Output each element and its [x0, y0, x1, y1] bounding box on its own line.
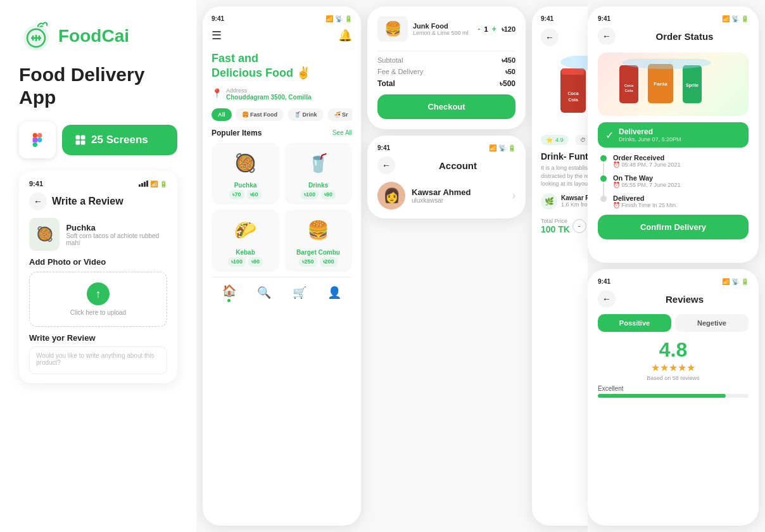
back-button[interactable]: ← — [29, 193, 47, 210]
upload-box[interactable]: ↑ Click here to upload — [29, 272, 167, 327]
confirm-delivery-button[interactable]: Confirm Delivery — [598, 215, 749, 239]
account-status-bar: 9:41 📶 📡 🔋 — [377, 144, 515, 151]
details-back-button[interactable]: ← — [541, 28, 559, 46]
reviews-phone: 9:41 📶 📡 🔋 ← Reviews Possitive Negetive … — [588, 269, 759, 526]
filter-drink[interactable]: 🥤 Drink — [288, 108, 324, 121]
see-all-link[interactable]: See All — [332, 129, 352, 136]
add-media-label: Add Photo or Video — [29, 257, 167, 267]
wifi-icon: 📡 — [731, 15, 739, 22]
nav-profile[interactable]: 👤 — [327, 286, 341, 300]
home-topbar: ☰ 🔔 — [212, 28, 352, 42]
battery-icon: 🔋 — [741, 278, 749, 285]
user-avatar: 👩 — [377, 182, 405, 210]
svg-rect-6 — [33, 133, 37, 137]
notification-icon[interactable]: 🔔 — [338, 28, 352, 42]
rating-tag: ⭐ 4.9 — [541, 135, 569, 145]
review-input[interactable]: Would you like to write anything about t… — [29, 346, 167, 374]
signal-icon: 📶 — [326, 15, 333, 22]
rating-stars: ★★★★★ — [598, 362, 749, 374]
details-phone: 9:41 📶 📡 🔋 ← Details ♥ Coca — [532, 6, 588, 526]
filter-all[interactable]: All — [212, 108, 232, 121]
junk-food-img: 🍔 — [377, 16, 408, 42]
order-title: Order Status — [621, 31, 749, 42]
reviews-back-button[interactable]: ← — [598, 290, 616, 308]
svg-text:Coca: Coca — [624, 84, 634, 87]
account-topbar: ← Account — [377, 156, 515, 174]
qty-decrease[interactable]: - — [478, 25, 481, 34]
svg-rect-14 — [81, 141, 85, 145]
review-item-row: 🥘 Puchka Soft corn tacos of achiote rubb… — [29, 218, 167, 251]
drinks-hero-image: Coca Cola Fanta Orange Sprite — [541, 53, 588, 129]
drinks-img: 🥤 — [298, 148, 339, 179]
battery-icon: 🔋 — [508, 144, 515, 151]
signal-icon: 📶 — [489, 144, 496, 151]
timeline-item-delivered: Delivered ⏰ Finish Time In 25 Min. — [600, 194, 749, 208]
food-card-puchka[interactable]: 🥘 Puchka ৳70 ৳60 — [212, 142, 279, 205]
order-timeline: Order Received ⏰ 05:48 PM, 7 June 2021 O… — [598, 154, 749, 208]
battery-icon: 🔋 — [160, 180, 167, 187]
screens-row: 25 Screens — [19, 122, 177, 158]
fee-row: Fee & Delivery ৳50 — [377, 68, 515, 76]
excellent-fill — [598, 394, 726, 398]
account-back-button[interactable]: ← — [377, 156, 395, 174]
home-hero: Fast and Delicious Food ✌ — [212, 51, 352, 81]
home-phone: 9:41 📶 📡 🔋 ☰ 🔔 Fast and Delicious Food ✌… — [203, 6, 361, 526]
screens-button[interactable]: 25 Screens — [62, 125, 177, 155]
phones-row: 9:41 📶 📡 🔋 ☰ 🔔 Fast and Delicious Food ✌… — [203, 0, 581, 532]
food-card-drinks[interactable]: 🥤 Drinks ৳100 ৳90 — [284, 142, 352, 205]
user-row[interactable]: 👩 Kawsar Ahmed uluxkawsar › — [377, 182, 515, 210]
cart-item-price: ৳120 — [502, 25, 515, 34]
timeline-dot-2 — [600, 175, 607, 182]
order-status-phone: 9:41 📶 📡 🔋 ← Order Status Coca Cola Fant… — [588, 6, 759, 263]
qty-control: - 1 + — [478, 25, 496, 34]
logo-icon — [19, 19, 53, 53]
time-tag: ⏱ 30 Min — [575, 135, 588, 145]
kebab-img: 🌮 — [225, 215, 266, 246]
logo-area: FoodCai — [19, 19, 177, 53]
svg-rect-11 — [76, 136, 80, 140]
nav-cart[interactable]: 🛒 — [293, 286, 307, 300]
food-card-kebab[interactable]: 🌮 Kebab ৳100 ৳90 — [212, 210, 279, 272]
figma-button[interactable] — [19, 122, 56, 158]
order-topbar: ← Order Status — [598, 27, 749, 45]
timeline-dot — [600, 155, 607, 162]
menu-icon[interactable]: ☰ — [212, 28, 222, 42]
qty-decrease[interactable]: - — [572, 219, 586, 233]
food-card-barget[interactable]: 🍔 Barget Combu ৳250 ৳200 — [284, 210, 352, 272]
battery-icon: 🔋 — [741, 15, 749, 22]
address-row: 📍 Address Chouddagram 3500, Comilla — [212, 87, 352, 101]
filter-soup[interactable]: 🍜 Sr — [327, 108, 352, 121]
wifi-icon: 📡 — [335, 15, 343, 22]
svg-text:Fanta: Fanta — [654, 81, 667, 87]
cart-item-row: 🍔 Junk Food Lemon & Lime 500 ml - 1 + ৳1… — [377, 16, 515, 42]
battery-icon: 🔋 — [345, 15, 352, 22]
vendor-logo: 🌿 — [541, 193, 557, 210]
filter-fastfood[interactable]: 🍔 Fast Food — [236, 108, 284, 121]
center-area: 9:41 📶 📡 🔋 ☰ 🔔 Fast and Delicious Food ✌… — [196, 0, 588, 532]
timeline-item-received: Order Received ⏰ 05:48 PM, 7 June 2021 — [600, 154, 749, 168]
tab-negative[interactable]: Negetive — [675, 314, 749, 332]
signal-icon — [139, 180, 148, 187]
home-navbar: 🏠 🔍 🛒 👤 — [212, 277, 352, 307]
subtotal-row: Subtotal ৳450 — [377, 56, 515, 65]
filter-row: All 🍔 Fast Food 🥤 Drink 🍜 Sr — [212, 108, 352, 121]
svg-rect-7 — [37, 133, 42, 137]
user-arrow-icon: › — [512, 190, 515, 201]
nav-search[interactable]: 🔍 — [257, 286, 271, 300]
nav-home[interactable]: 🏠 — [222, 284, 236, 302]
upload-icon: ↑ — [87, 282, 110, 305]
account-title: Account — [400, 160, 515, 171]
tab-positive[interactable]: Possitive — [598, 314, 671, 332]
middle-column: 🍔 Junk Food Lemon & Lime 500 ml - 1 + ৳1… — [367, 6, 526, 526]
qty-row: - 1 + — [572, 219, 588, 233]
wifi-icon: 📡 — [498, 144, 506, 151]
total-row: Total ৳500 — [377, 79, 515, 88]
details-topbar: ← Details ♥ — [541, 28, 588, 46]
checkout-button[interactable]: Checkout — [377, 94, 515, 119]
location-icon: 📍 — [212, 88, 222, 98]
order-status-bar: 9:41 📶 📡 🔋 — [598, 15, 749, 22]
cart-phone: 🍔 Junk Food Lemon & Lime 500 ml - 1 + ৳1… — [367, 6, 526, 129]
timeline-dot-3 — [600, 196, 607, 202]
qty-increase[interactable]: + — [492, 25, 496, 34]
order-back-button[interactable]: ← — [598, 27, 616, 45]
